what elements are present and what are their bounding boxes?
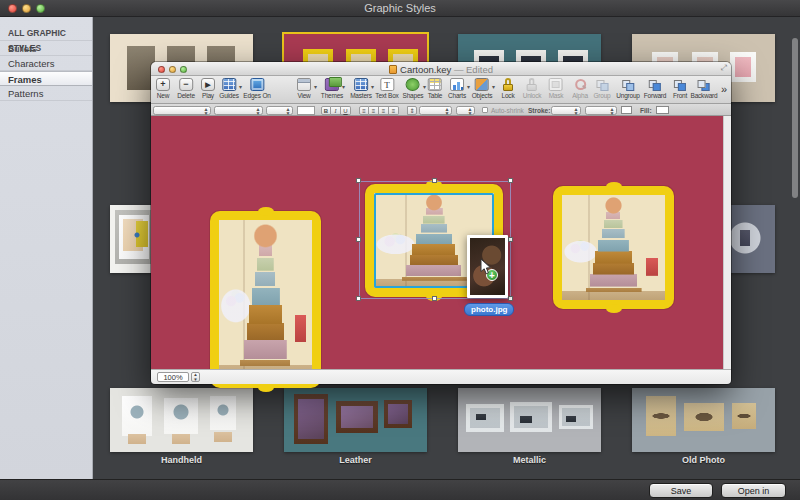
view-button[interactable]: ▾View <box>297 78 311 99</box>
chevron-down-icon: ▾ <box>467 83 470 90</box>
backward-icon <box>697 78 711 91</box>
bold-button[interactable]: B <box>321 106 331 115</box>
zoom-level-control[interactable]: 100% <box>157 372 189 382</box>
font-size-combo[interactable]: ▲▼ <box>266 106 293 115</box>
charts-button[interactable]: ▾Charts <box>448 78 466 99</box>
selection-handle-top-left[interactable] <box>356 178 361 183</box>
app-titlebar: Graphic Styles <box>0 0 800 17</box>
resize-icon[interactable]: ⤢ <box>721 63 727 73</box>
view-window-icon: ▾ <box>297 78 311 91</box>
vertical-scrollbar[interactable] <box>792 38 798 198</box>
group-icon <box>595 78 609 91</box>
stepper-icon: ▲▼ <box>444 107 450 115</box>
text-box-button[interactable]: TText Box <box>375 78 398 99</box>
alignment-group: ≡ ≡ ≡ ≡ <box>359 106 399 115</box>
slide-canvas[interactable]: + photo.jpg <box>151 116 723 369</box>
zoom-stepper[interactable]: ▲▼ <box>191 372 200 382</box>
style-thumbnail-oldphoto[interactable] <box>632 388 775 452</box>
front-button[interactable]: Front <box>673 78 687 99</box>
play-button[interactable]: ▶Play <box>201 78 215 99</box>
stepper-icon: ▲▼ <box>255 107 261 115</box>
stroke-width-popup[interactable]: ▲▼ <box>585 106 617 115</box>
framed-photo-left[interactable] <box>210 211 321 388</box>
italic-button[interactable]: I <box>331 106 341 115</box>
style-thumbnail-leather[interactable] <box>284 388 427 452</box>
stroke-style-popup[interactable]: ▲▼ <box>551 106 581 115</box>
line-spacing-popup[interactable]: ▲▼ <box>419 106 452 115</box>
sidebar-item-patterns[interactable]: Patterns <box>0 86 92 101</box>
sidebar: ALL GRAPHIC STYLES Bullets Characters Fr… <box>0 17 93 480</box>
edges-on-button[interactable]: Edges On <box>243 78 270 99</box>
square-front <box>653 83 661 91</box>
fill-color-well[interactable] <box>656 106 669 114</box>
open-in-keynote-button[interactable]: Open in Keynote <box>721 483 786 498</box>
align-left-button[interactable]: ≡ <box>359 106 369 115</box>
align-center-button[interactable]: ≡ <box>369 106 379 115</box>
text-color-well[interactable] <box>297 106 315 115</box>
toolbar-overflow-button[interactable]: » <box>721 78 727 100</box>
forward-button[interactable]: Forward <box>644 78 666 99</box>
align-justify-button[interactable]: ≡ <box>389 106 399 115</box>
thumbnail-label: Leather <box>284 455 427 465</box>
masters-button[interactable]: ▾Masters <box>350 78 372 99</box>
chevron-down-icon: ▾ <box>314 83 317 90</box>
stroke-color-well[interactable] <box>621 106 632 114</box>
selection-handle-bottom-right[interactable] <box>508 296 513 301</box>
line-spacing-icon[interactable]: ⇕ <box>407 106 417 115</box>
front-icon <box>673 78 687 91</box>
underline-button[interactable]: U <box>341 106 351 115</box>
table-button[interactable]: Table <box>428 78 443 99</box>
mask-button[interactable]: Mask <box>549 78 564 99</box>
new-button[interactable]: +New <box>156 78 170 99</box>
ungroup-button[interactable]: Ungroup <box>616 78 640 99</box>
font-family-popup[interactable]: ▲▼ <box>153 106 211 115</box>
cake-photo <box>219 220 312 379</box>
plus-icon: + <box>156 78 170 91</box>
unlock-icon <box>525 78 539 91</box>
selection-handle-mid-left[interactable] <box>356 237 361 242</box>
delete-button[interactable]: −Delete <box>177 78 195 99</box>
font-typeface-popup[interactable]: ▲▼ <box>214 106 263 115</box>
selection-handle-top-center[interactable] <box>432 178 437 183</box>
unlock-button[interactable]: Unlock <box>523 78 542 99</box>
stroke-label: Stroke: <box>528 107 550 114</box>
sidebar-item-all-graphic-styles[interactable]: ALL GRAPHIC STYLES <box>0 26 92 41</box>
selection-handle-top-right[interactable] <box>508 178 513 183</box>
sidebar-item-bullets[interactable]: Bullets <box>0 41 92 56</box>
square-front <box>626 83 634 91</box>
minus-icon: − <box>179 78 193 91</box>
align-right-button[interactable]: ≡ <box>379 106 389 115</box>
square-back <box>698 80 706 88</box>
selection-handle-mid-right[interactable] <box>508 237 513 242</box>
keynote-status-bar: 100% ▲▼ <box>151 369 731 384</box>
auto-shrink-checkbox[interactable] <box>482 107 488 113</box>
guides-grid-icon: ▾ <box>222 78 236 91</box>
shapes-button[interactable]: ▾Shapes <box>403 78 424 99</box>
framed-photo-right[interactable] <box>553 186 674 309</box>
document-name: Cartoon.key <box>400 64 451 75</box>
backward-button[interactable]: Backward <box>691 78 718 99</box>
sidebar-item-characters[interactable]: Characters <box>0 56 92 71</box>
lock-button[interactable]: Lock <box>501 78 515 99</box>
canvas-scroll-gutter[interactable] <box>723 116 731 369</box>
themes-button[interactable]: ▾Themes <box>321 78 343 99</box>
save-button[interactable]: Save <box>649 483 713 498</box>
play-icon: ▶ <box>201 78 215 91</box>
style-thumbnail-metallic[interactable] <box>458 388 601 452</box>
list-style-popup[interactable]: ▲▼ <box>456 106 475 115</box>
keynote-titlebar[interactable]: Cartoon.key — Edited ⤢ <box>151 62 731 76</box>
group-button[interactable]: Group <box>593 78 610 99</box>
sidebar-item-frames[interactable]: Frames <box>0 71 92 86</box>
style-thumbnail-handheld[interactable] <box>110 388 253 452</box>
window-title: Cartoon.key — Edited <box>151 64 731 75</box>
guides-button[interactable]: ▾Guides <box>219 78 238 99</box>
objects-button[interactable]: ▾Objects <box>472 78 493 99</box>
alpha-button[interactable]: Alpha <box>572 78 588 99</box>
document-icon <box>389 65 397 74</box>
selection-handle-bottom-left[interactable] <box>356 296 361 301</box>
shapes-icon: ▾ <box>406 78 420 91</box>
cake-photo <box>562 195 665 300</box>
text-icon: T <box>380 78 394 91</box>
selection-handle-bottom-center[interactable] <box>432 296 437 301</box>
lock-icon <box>501 78 515 91</box>
